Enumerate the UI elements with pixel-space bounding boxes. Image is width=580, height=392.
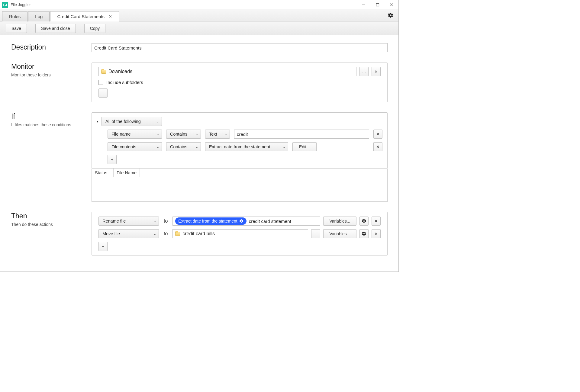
section-subtitle-monitor: Monitor these folders (11, 72, 87, 77)
gear-icon (239, 219, 243, 223)
tab-log[interactable]: Log (28, 11, 50, 21)
monitor-section: Monitor Monitor these folders Downloads … (11, 63, 388, 102)
monitor-folder-path[interactable]: Downloads (98, 67, 356, 76)
close-window-button[interactable] (385, 0, 398, 9)
action-bar: Save Save and close Copy (0, 21, 398, 35)
variables-button[interactable]: Variables... (323, 217, 356, 226)
monitor-folder-text: Downloads (108, 69, 132, 74)
action-to-label: to (162, 218, 169, 224)
app-title: File Juggler (11, 2, 31, 7)
action-type-select[interactable]: Rename file⌄ (98, 217, 159, 226)
condition-value-type-select[interactable]: Text⌄ (205, 130, 230, 139)
add-action-button[interactable]: + (98, 242, 108, 251)
condition-value-input[interactable] (234, 130, 369, 139)
rename-template-input[interactable]: Extract date from the statement credit c… (172, 217, 320, 226)
copy-button[interactable]: Copy (84, 24, 106, 33)
close-tab-icon[interactable]: ✕ (109, 14, 112, 19)
tab-strip: Rules Log Credit Card Statements ✕ (0, 9, 398, 21)
chevron-down-icon: ⌄ (195, 132, 198, 136)
chevron-down-icon: ⌄ (156, 120, 159, 124)
gear-icon (362, 219, 366, 223)
save-button[interactable]: Save (6, 24, 27, 33)
section-title-monitor: Monitor (11, 63, 87, 71)
action-settings-button[interactable] (359, 217, 369, 226)
action-row: Rename file⌄ to Extract date from the st… (98, 217, 381, 226)
add-monitor-folder-button[interactable]: + (98, 88, 108, 98)
condition-operator-select[interactable]: Contains⌄ (166, 130, 201, 139)
browse-destination-button[interactable]: ... (311, 229, 320, 238)
gear-icon (388, 12, 394, 18)
section-title-then: Then (11, 212, 87, 220)
remove-condition-button[interactable]: ✕ (373, 142, 382, 151)
edit-extractor-button[interactable]: Edit... (292, 142, 317, 151)
chevron-down-icon: ⌄ (195, 145, 198, 149)
gear-icon (362, 231, 366, 236)
chevron-down-icon: ⌄ (156, 145, 159, 149)
tab-rules[interactable]: Rules (2, 11, 27, 21)
include-subfolders-label: Include subfolders (106, 80, 143, 85)
tab-label: Log (35, 14, 43, 19)
settings-button[interactable] (387, 12, 394, 19)
action-type-select[interactable]: Move file⌄ (98, 229, 159, 238)
action-to-label: to (162, 231, 169, 236)
svg-rect-1 (376, 3, 379, 6)
variable-token[interactable]: Extract date from the statement (175, 217, 246, 225)
section-subtitle-if: If files matches these conditions (11, 122, 87, 127)
chevron-down-icon: ⌄ (224, 132, 227, 136)
browse-folder-button[interactable]: ... (359, 67, 369, 76)
remove-folder-button[interactable]: ✕ (372, 67, 381, 76)
variables-button[interactable]: Variables... (323, 229, 356, 238)
condition-value-type-select[interactable]: Extract date from the statement⌄ (205, 142, 288, 151)
description-section: Description (11, 43, 388, 52)
minimize-button[interactable] (357, 0, 371, 9)
remove-action-button[interactable]: ✕ (372, 229, 381, 238)
condition-field-select[interactable]: File contents⌄ (108, 142, 162, 151)
maximize-button[interactable] (371, 0, 385, 9)
remove-action-button[interactable]: ✕ (372, 217, 381, 226)
title-bar: FJ File Juggler (0, 0, 398, 9)
add-condition-button[interactable]: + (108, 155, 117, 164)
then-section: Then Then do these actions Rename file⌄ … (11, 212, 388, 255)
section-subtitle-then: Then do these actions (11, 222, 87, 227)
content-area: Description Monitor Monitor these folder… (0, 35, 398, 272)
chevron-down-icon: ⌄ (153, 219, 156, 223)
tab-credit-card-statements[interactable]: Credit Card Statements ✕ (50, 11, 119, 21)
remove-condition-button[interactable]: ✕ (373, 130, 382, 139)
tab-label: Rules (9, 14, 21, 19)
actions-panel: Rename file⌄ to Extract date from the st… (92, 212, 388, 255)
action-row: Move file⌄ to credit card bills ... Vari… (98, 229, 381, 238)
condition-operator-select[interactable]: Contains⌄ (166, 142, 201, 151)
chevron-down-icon: ⌄ (283, 145, 285, 149)
window-controls (357, 0, 398, 9)
condition-group-mode-select[interactable]: All of the following ⌄ (102, 117, 162, 126)
if-section: If If files matches these conditions ▾ A… (11, 112, 388, 202)
app-icon: FJ (2, 2, 8, 8)
section-title-if: If (11, 112, 87, 120)
move-destination-text: credit card bills (182, 231, 215, 236)
rename-suffix-text: credit card statement (249, 219, 291, 224)
tab-label: Credit Card Statements (57, 14, 105, 19)
app-window: FJ File Juggler Rules Log Credit Card St… (0, 0, 399, 272)
condition-group-mode-label: All of the following (105, 119, 141, 124)
section-title-description: Description (11, 43, 87, 51)
include-subfolders-checkbox[interactable] (98, 80, 103, 85)
collapse-toggle-icon[interactable]: ▾ (97, 119, 98, 124)
description-input[interactable] (92, 43, 388, 52)
chevron-down-icon: ⌄ (153, 232, 156, 236)
condition-row: File name⌄ Contains⌄ Text⌄ ✕ (97, 130, 382, 139)
folder-icon (101, 70, 106, 74)
condition-row: File contents⌄ Contains⌄ Extract date fr… (97, 142, 382, 151)
move-destination-path[interactable]: credit card bills (172, 229, 308, 238)
chevron-down-icon: ⌄ (156, 132, 159, 136)
action-settings-button[interactable] (359, 229, 369, 238)
variable-token-label: Extract date from the statement (178, 219, 237, 223)
monitor-panel: Downloads ... ✕ Include subfolders + (92, 63, 388, 102)
table-header-status[interactable]: Status (92, 169, 114, 177)
matches-table: Status File Name (92, 169, 388, 202)
condition-field-select[interactable]: File name⌄ (108, 130, 162, 139)
include-subfolders-row[interactable]: Include subfolders (98, 80, 381, 85)
table-header-filename[interactable]: File Name (114, 169, 140, 177)
conditions-panel: ▾ All of the following ⌄ File name⌄ (92, 112, 388, 169)
save-and-close-button[interactable]: Save and close (35, 24, 76, 33)
folder-icon (175, 232, 180, 236)
